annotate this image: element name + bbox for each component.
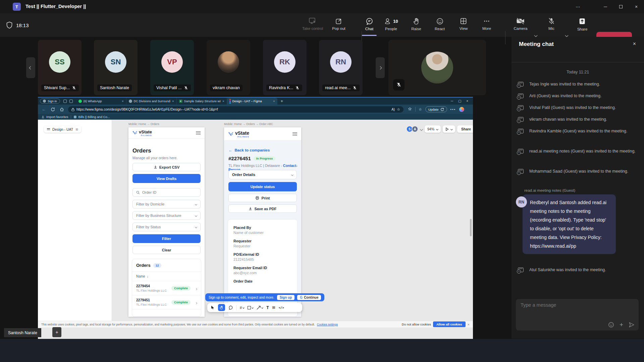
refresh-icon[interactable] — [51, 107, 55, 112]
browser-tab-active[interactable]: Design - UAT – Figma× — [227, 98, 277, 105]
text-tool-icon[interactable]: T — [266, 305, 269, 310]
view-drafts-button[interactable]: View Drafts — [132, 174, 201, 183]
connector-tool-icon[interactable] — [257, 306, 263, 310]
back-icon[interactable]: ← — [42, 107, 46, 112]
participant-tile[interactable]: SS Shivani Sup... — [38, 40, 82, 95]
browser-tab[interactable]: DC Divisions and Surroundings× — [126, 98, 177, 105]
tab-close-icon[interactable]: × — [222, 100, 224, 103]
filter-business-select[interactable]: Filter by Business Structure — [132, 211, 201, 220]
share-button[interactable]: Share — [577, 17, 588, 31]
chat-input-box[interactable]: + — [516, 299, 639, 330]
signup-button[interactable]: Sign up — [277, 295, 295, 300]
allow-cookies-button[interactable]: Allow all cookies — [433, 321, 466, 327]
participant-tile[interactable]: SN Santosh Narate — [94, 40, 138, 95]
figma-share-button[interactable]: Share — [457, 125, 473, 133]
collaborator-avatar[interactable]: A — [412, 126, 418, 132]
camera-button[interactable]: Camera — [514, 17, 528, 31]
presenter-add-button[interactable]: + — [52, 327, 61, 337]
filter-status-select[interactable]: Filter by Status — [132, 223, 201, 231]
people-button[interactable]: 10 People — [384, 17, 398, 31]
cookie-close-icon[interactable]: × — [468, 322, 470, 326]
mic-button[interactable]: Mic — [548, 17, 555, 31]
import-favorites-button[interactable]: Import favorites — [41, 115, 68, 119]
chat-button[interactable]: Chat — [365, 17, 373, 31]
favorites-bar-icon[interactable]: ☆ — [419, 107, 422, 112]
close-button[interactable]: × — [629, 0, 644, 13]
figma-canvas[interactable]: Design - UAT ⊞ S A 94% Share Mobile: Hom… — [38, 120, 473, 332]
send-icon[interactable] — [629, 322, 635, 328]
home-icon[interactable] — [60, 107, 64, 112]
print-button[interactable]: Print — [228, 194, 297, 202]
browser-settings-icon[interactable]: ••• — [450, 108, 456, 111]
clear-button[interactable]: Clear — [132, 246, 201, 254]
participant-tile[interactable]: RN read.ai mee... — [319, 40, 363, 95]
minimize-button[interactable]: ─ — [598, 0, 613, 13]
camera-options-chevron-icon[interactable] — [534, 34, 538, 37]
order-row[interactable]: 2279451TL Flex Holdings LLC Complete — [132, 295, 201, 309]
participant-tile[interactable]: vikram chavan — [207, 40, 250, 95]
tab-close-icon[interactable]: × — [273, 100, 275, 103]
order-details-select[interactable]: Order Details — [228, 170, 297, 179]
favorite-star-icon[interactable]: ☆ — [397, 107, 400, 112]
participant-tile-spotlight[interactable] — [388, 40, 486, 95]
update-status-button[interactable]: Update status — [228, 182, 297, 191]
chat-message-input[interactable] — [521, 302, 631, 308]
filter-domicile-select[interactable]: Filter by Domicile — [132, 200, 201, 208]
widget-tool-icon[interactable]: ⊞ — [272, 305, 275, 310]
copilot-icon[interactable] — [459, 107, 464, 112]
comment-tool-icon[interactable] — [228, 305, 233, 310]
mic-options-chevron-icon[interactable] — [565, 34, 569, 37]
order-id-search[interactable]: Order ID — [132, 188, 201, 197]
read-aloud-icon[interactable]: A) — [391, 108, 395, 111]
tab-close-icon[interactable]: × — [122, 100, 123, 103]
browser-essentials-icon[interactable] — [408, 107, 412, 112]
save-pdf-button[interactable]: Save as PDF — [228, 204, 297, 213]
deny-cookies-button[interactable]: Do not allow cookies — [402, 322, 431, 326]
view-button[interactable]: View — [460, 17, 468, 31]
back-to-companies-link[interactable]: ←Back to companies — [228, 148, 270, 152]
frame-label[interactable]: Mobile: Home → Orders — [128, 122, 159, 126]
frame-tool-icon[interactable]: # — [240, 306, 244, 310]
mobile-frame-orders[interactable]: vStateFILINGS Orders Manage all your ord… — [128, 127, 205, 317]
participant-tile[interactable]: RK Ravindra K... — [263, 40, 307, 95]
figma-zoom-control[interactable]: 94% — [425, 125, 441, 133]
address-bar[interactable]: https://www.figma.com/design/9BKQ0FOHRWa… — [68, 106, 404, 113]
move-tool-icon[interactable] — [211, 305, 215, 310]
bookmark-item[interactable]: Bills || Billing and Co... — [74, 115, 110, 119]
participant-tile[interactable]: VP Vishal Patil ... — [150, 40, 194, 95]
browser-tab[interactable]: x Sample Salary Structure with calc× — [177, 98, 227, 105]
maximize-button[interactable] — [613, 0, 629, 13]
shape-tool-icon[interactable] — [248, 306, 253, 309]
strip-scroll-left-button[interactable] — [26, 57, 35, 78]
strip-scroll-right-button[interactable] — [376, 57, 385, 78]
new-tab-button[interactable]: + — [281, 99, 283, 104]
frame-label[interactable]: Mobile: Home → Orders → Order ABC — [224, 122, 273, 126]
browser-profile-button[interactable]: Sign in — [40, 99, 60, 104]
figma-file-chip[interactable]: Design - UAT ⊞ — [44, 126, 81, 133]
export-csv-button[interactable]: Export CSV — [132, 163, 201, 171]
browser-tab[interactable]: (6) WhatsApp× — [76, 98, 126, 105]
react-button[interactable]: React — [435, 17, 445, 31]
workspaces-icon[interactable] — [69, 100, 73, 103]
more-button[interactable]: More — [482, 17, 491, 31]
hamburger-menu-icon[interactable] — [196, 130, 201, 135]
order-row[interactable]: 2279454TL Flex Holdings LLC Complete — [132, 281, 201, 295]
hamburger-menu-icon[interactable] — [292, 131, 297, 136]
pop-out-button[interactable]: Pop out — [332, 17, 345, 31]
canvas-scrollbar[interactable] — [470, 219, 472, 236]
dev-mode-icon[interactable]: </> — [279, 306, 284, 309]
figma-layers-panel[interactable] — [38, 120, 112, 321]
attach-plus-icon[interactable]: + — [620, 322, 623, 327]
emoji-icon[interactable] — [608, 322, 614, 328]
mobile-frame-order-detail[interactable]: vStateFILINGS ←Back to companies #227645… — [224, 127, 301, 317]
chat-close-icon[interactable]: × — [633, 41, 636, 47]
cookie-settings-link[interactable]: Cookies settings — [317, 323, 338, 326]
browser-window-controls[interactable]: ─ ▢ × — [451, 99, 470, 103]
titlebar-more-icon[interactable]: ⋯ — [570, 0, 586, 13]
google-continue-button[interactable]: GContinue — [297, 295, 321, 300]
name-column-header[interactable]: Name↓ — [132, 272, 201, 281]
filter-button[interactable]: Filter — [132, 234, 201, 243]
raise-button[interactable]: Raise — [411, 17, 421, 31]
tab-actions-icon[interactable] — [63, 100, 67, 103]
figma-present-button[interactable] — [443, 125, 455, 133]
